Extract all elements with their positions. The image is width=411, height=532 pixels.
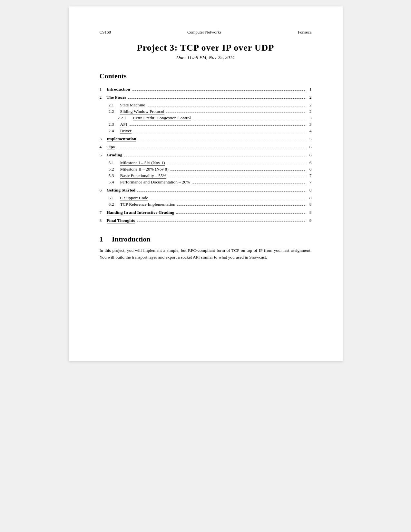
section-1-num: 1 (100, 235, 103, 243)
toc-num: 5.4 (109, 180, 120, 185)
section-1-title: Introduction (112, 235, 150, 243)
toc-page: 6 (307, 167, 312, 172)
toc-label: Basic Functionality – 55% (120, 173, 167, 179)
toc-dots (192, 183, 305, 183)
toc-page: 2 (307, 95, 312, 100)
toc-page: 1 (307, 87, 312, 92)
toc-item: 7Handing In and Interactive Grading8 (100, 210, 312, 215)
toc-item: 2.2.1Extra Credit: Congestion Control3 (100, 115, 312, 121)
toc-item: 6Getting Started8 (100, 188, 312, 193)
toc-page: 8 (307, 202, 312, 207)
section-1-heading: 1 Introduction (100, 235, 312, 243)
toc-item: 2.3API3 (100, 122, 312, 127)
toc-num: 4 (100, 144, 107, 150)
toc-label: API (120, 122, 127, 127)
toc-page: 5 (307, 136, 312, 142)
toc-num: 8 (100, 218, 107, 223)
toc-num: 2.4 (109, 128, 120, 133)
toc-num: 5 (100, 153, 107, 158)
toc-item: 1Introduction1 (100, 87, 312, 92)
toc-dots (177, 205, 305, 206)
toc-dots (171, 170, 305, 171)
toc-item: 2.2Sliding Window Protocol2 (100, 109, 312, 114)
header-left: CS168 (100, 30, 111, 35)
toc-label: The Pieces (107, 95, 126, 100)
toc-dots (137, 191, 305, 192)
toc-label: Final Thoughts (107, 218, 135, 223)
toc-num: 5.3 (109, 173, 120, 178)
main-title: Project 3: TCP over IP over UDP (100, 43, 312, 53)
toc-item: 2.4Driver4 (100, 128, 312, 134)
toc-dots (176, 213, 305, 214)
toc-label: Getting Started (107, 188, 136, 193)
toc-num: 5.2 (109, 167, 120, 172)
toc-num: 2.1 (109, 103, 120, 108)
toc-item: 5.2Milestone II – 20% (Nov 8)6 (100, 167, 312, 172)
toc-dots (133, 132, 305, 132)
toc-label: Extra Credit: Congestion Control (133, 115, 191, 121)
header-center: Computer Networks (187, 30, 221, 35)
toc-page: 7 (307, 180, 312, 185)
toc-label: Introduction (107, 87, 130, 92)
toc-num: 2.2 (109, 109, 120, 114)
toc-item: 6.1C Support Code8 (100, 195, 312, 201)
due-date: Due: 11:59 PM, Nov 25, 2014 (100, 55, 312, 60)
toc-item: 5Grading6 (100, 153, 312, 158)
toc-page: 9 (307, 218, 312, 223)
toc-num: 2.2.1 (118, 115, 133, 121)
toc-label: Milestone II – 20% (Nov 8) (120, 167, 169, 172)
toc-num: 6.1 (109, 195, 120, 201)
toc-label: C Support Code (120, 195, 148, 201)
toc-label: TCP Reference Implementation (120, 202, 175, 207)
toc-dots (193, 119, 305, 119)
toc-label: Tips (107, 144, 115, 150)
toc-label: Sliding Window Protocol (120, 109, 164, 114)
toc-item: 4Tips6 (100, 144, 312, 150)
toc-num: 6.2 (109, 202, 120, 207)
toc-item: 5.4Performance and Documentation – 20%7 (100, 180, 312, 185)
toc-page: 8 (307, 195, 312, 201)
toc-num: 1 (100, 87, 107, 92)
toc-dots (168, 177, 305, 177)
toc-page: 3 (307, 115, 312, 121)
toc-label: State Machine (120, 103, 145, 108)
toc-label: Grading (107, 153, 122, 158)
toc-dots (129, 125, 305, 126)
toc-num: 2 (100, 95, 107, 100)
toc-num: 7 (100, 210, 107, 215)
toc-page: 4 (307, 128, 312, 133)
section-1-body: In this project, you will implement a si… (100, 247, 312, 261)
toc-page: 2 (307, 103, 312, 108)
toc-item: 8Final Thoughts9 (100, 218, 312, 223)
header-right: Fonseca (298, 30, 312, 35)
toc-list: 1Introduction12The Pieces22.1State Machi… (100, 87, 312, 223)
toc-dots (132, 90, 305, 91)
toc-label: Driver (120, 128, 132, 134)
document-page: CS168 Computer Networks Fonseca Project … (69, 6, 343, 361)
toc-page: 6 (307, 160, 312, 165)
title-section: Project 3: TCP over IP over UDP Due: 11:… (100, 43, 312, 60)
contents-heading: Contents (100, 72, 312, 80)
toc-dots (124, 156, 305, 156)
page-header: CS168 Computer Networks Fonseca (100, 30, 312, 35)
toc-dots (128, 98, 305, 99)
toc-num: 5.1 (109, 160, 120, 165)
toc-item: 6.2TCP Reference Implementation8 (100, 202, 312, 207)
toc-dots (167, 164, 305, 164)
toc-dots (138, 140, 305, 140)
table-of-contents: Contents 1Introduction12The Pieces22.1St… (100, 72, 312, 223)
toc-item: 5.1Milestone I – 5% (Nov 1)6 (100, 160, 312, 166)
toc-label: Handing In and Interactive Grading (107, 210, 174, 215)
toc-dots (166, 113, 305, 113)
toc-page: 8 (307, 210, 312, 215)
toc-label: Implementation (107, 136, 136, 142)
toc-dots (150, 199, 305, 199)
toc-item: 2.1State Machine2 (100, 103, 312, 108)
toc-dots (147, 106, 305, 106)
toc-label: Performance and Documentation – 20% (120, 180, 190, 185)
toc-page: 3 (307, 122, 312, 127)
toc-item: 5.3Basic Functionality – 55%7 (100, 173, 312, 179)
toc-num: 6 (100, 188, 107, 193)
toc-num: 3 (100, 136, 107, 142)
toc-dots (117, 148, 305, 148)
